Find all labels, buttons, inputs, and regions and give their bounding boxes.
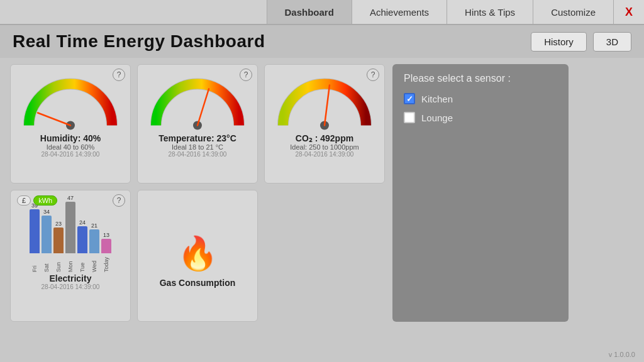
electricity-tab-kwh[interactable]: kWh xyxy=(33,195,57,206)
bar-label: Fri xyxy=(31,255,38,272)
sensor-kitchen-checkbox[interactable] xyxy=(404,93,415,104)
top-navigation: Dashboard Achievements Hints & Tips Cust… xyxy=(0,0,644,25)
page-header: Real Time Energy Dashboard History 3D xyxy=(0,25,644,58)
bar-label: Today xyxy=(103,255,109,272)
sensor-panel: Please select a sensor : Kitchen Lounge xyxy=(392,64,569,322)
tab-achievements[interactable]: Achievements xyxy=(352,0,447,24)
sensor-lounge-label: Lounge xyxy=(421,112,453,123)
sensor-kitchen-label: Kitchen xyxy=(421,94,453,104)
gas-flame-icon: 🔥 xyxy=(177,234,218,273)
bar-col-sat: 34Sat xyxy=(42,209,52,272)
bar-rect xyxy=(42,216,52,253)
temperature-card: ? xyxy=(137,64,258,184)
bar-rect xyxy=(30,209,40,253)
tab-dashboard[interactable]: Dashboard xyxy=(267,0,352,24)
bar-label: Wed xyxy=(91,255,97,272)
bar-value: 23 xyxy=(55,221,62,227)
bar-col-tue: 24Tue xyxy=(77,219,87,272)
bar-col-wed: 21Wed xyxy=(89,222,99,272)
co2-help-icon[interactable]: ? xyxy=(367,69,379,81)
humidity-subtitle: Ideal 40 to 60% xyxy=(47,143,94,151)
humidity-title: Humidity: 40% xyxy=(40,133,101,143)
co2-card: ? xyxy=(264,64,385,184)
bar-label: Sun xyxy=(55,255,62,272)
electricity-tab-gbp[interactable]: £ xyxy=(17,195,31,206)
threed-button[interactable]: 3D xyxy=(593,32,631,52)
electricity-bar-chart: 39Fri34Sat23Sun47Mon24Tue21Wed13Today xyxy=(26,216,115,272)
bar-label: Sat xyxy=(43,255,50,272)
co2-time: 28-04-2016 14:39:00 xyxy=(296,151,354,158)
sensor-kitchen[interactable]: Kitchen xyxy=(404,93,557,104)
electricity-help-icon[interactable]: ? xyxy=(113,194,125,207)
bar-rect xyxy=(65,202,75,253)
svg-line-5 xyxy=(325,85,330,126)
page-title: Real Time Energy Dashboard xyxy=(13,31,265,52)
co2-title: CO₂ : 492ppm xyxy=(296,133,353,143)
sensor-panel-title: Please select a sensor : xyxy=(404,73,557,84)
bar-rect xyxy=(101,239,111,253)
sensor-lounge-checkbox[interactable] xyxy=(404,112,415,123)
version-label: v 1.0.0.0 xyxy=(609,351,635,358)
bar-col-today: 13Today xyxy=(101,232,111,272)
bar-col-fri: 39Fri xyxy=(30,202,40,272)
humidity-help-icon[interactable]: ? xyxy=(113,69,125,81)
main-content: ? xyxy=(0,58,644,328)
bar-rect xyxy=(89,229,99,253)
bar-value: 24 xyxy=(79,219,86,226)
gas-card: 🔥 Gas Consumption xyxy=(137,190,258,322)
temperature-help-icon[interactable]: ? xyxy=(240,69,252,81)
temperature-gauge xyxy=(147,72,248,132)
tab-customize[interactable]: Customize xyxy=(533,0,614,24)
header-buttons: History 3D xyxy=(531,32,631,52)
bar-label: Mon xyxy=(67,255,74,272)
history-button[interactable]: History xyxy=(531,32,587,52)
bottom-card-row: £ kWh ? 39Fri34Sat23Sun47Mon24Tue21Wed13… xyxy=(10,190,385,322)
bar-value: 21 xyxy=(91,222,97,229)
tab-hints-tips[interactable]: Hints & Tips xyxy=(447,0,533,24)
co2-gauge xyxy=(274,72,375,132)
sensor-lounge[interactable]: Lounge xyxy=(404,112,557,123)
bar-value: 13 xyxy=(103,232,109,238)
electricity-tabs: £ kWh xyxy=(17,195,57,206)
close-button[interactable]: X xyxy=(614,0,644,24)
humidity-card: ? xyxy=(10,64,131,184)
humidity-gauge xyxy=(20,72,121,132)
bar-col-mon: 47Mon xyxy=(65,195,75,272)
bar-rect xyxy=(53,228,64,253)
electricity-card: £ kWh ? 39Fri34Sat23Sun47Mon24Tue21Wed13… xyxy=(10,190,131,322)
bar-rect xyxy=(77,226,87,253)
bar-label: Tue xyxy=(79,255,86,272)
svg-line-1 xyxy=(38,113,70,126)
top-card-row: ? xyxy=(10,64,385,184)
humidity-time: 28-04-2016 14:39:00 xyxy=(42,151,100,158)
temperature-title: Temperature: 23°C xyxy=(158,133,236,143)
svg-line-3 xyxy=(197,89,209,126)
bar-col-sun: 23Sun xyxy=(53,221,64,272)
bar-value: 47 xyxy=(67,195,74,201)
temperature-subtitle: Ideal 18 to 21 °C xyxy=(172,143,223,151)
electricity-time: 28-04-2016 14:39:00 xyxy=(42,283,100,290)
temperature-time: 28-04-2016 14:39:00 xyxy=(169,151,227,158)
cards-area: ? xyxy=(10,64,385,322)
bar-value: 34 xyxy=(43,209,50,215)
electricity-title: Electricity xyxy=(50,273,92,283)
gas-title: Gas Consumption xyxy=(160,278,236,288)
co2-subtitle: Ideal: 250 to 1000ppm xyxy=(290,143,358,151)
